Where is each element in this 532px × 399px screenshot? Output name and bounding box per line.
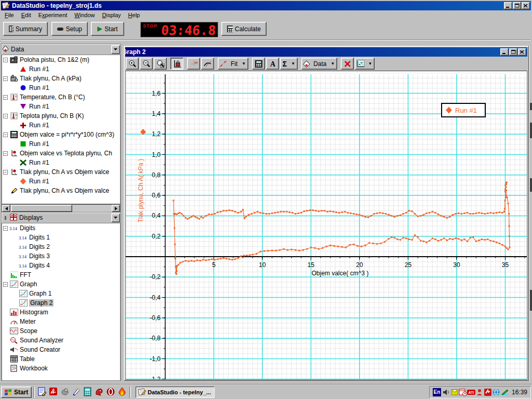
data-run-item[interactable]: Run #1	[2, 83, 120, 92]
graph-settings-button[interactable]: ▼	[355, 58, 375, 70]
disk-icon[interactable]	[450, 388, 459, 396]
dragon-icon[interactable]	[94, 387, 104, 397]
datastudio-task-button[interactable]: DataStudio - tepelny_...	[136, 387, 215, 398]
tree-expand-icon[interactable]: −	[3, 58, 8, 62]
menu-file[interactable]: File	[1, 11, 18, 19]
minimize-icon[interactable]	[504, 2, 512, 9]
start-button[interactable]: Start	[91, 22, 124, 36]
slope-tool-button[interactable]	[201, 58, 214, 70]
display-item[interactable]: −3.14Digits	[2, 223, 120, 233]
data-run-item[interactable]: Run #1	[2, 121, 120, 130]
speaker-icon[interactable]	[442, 388, 450, 396]
scroll-thumb[interactable]	[11, 205, 72, 212]
splitter-handle-icon[interactable]: ▲▼	[2, 214, 9, 222]
data-item[interactable]: Tlak plynu, Ch A vs Objem valce	[2, 186, 120, 195]
scroll-left-icon[interactable]	[2, 205, 10, 212]
graph-window-titlebar[interactable]: Graph 2	[125, 47, 527, 57]
display-item[interactable]: FFT	[2, 270, 120, 280]
maximize-icon[interactable]	[513, 2, 521, 9]
statistics-button[interactable]: Σ▼	[280, 58, 298, 70]
data-item[interactable]: −Objem valce = pi*r*r*y*100 (cm^3)	[2, 130, 120, 139]
ati-icon[interactable]: ATI	[467, 388, 475, 396]
menu-display[interactable]: Display	[99, 11, 125, 19]
close-icon[interactable]	[522, 2, 530, 9]
data-run-item[interactable]: Run #1	[2, 158, 120, 167]
tree-expand-icon[interactable]: −	[3, 132, 8, 137]
zoom-out-button[interactable]	[140, 58, 153, 70]
menu-experiment[interactable]: Experiment	[35, 11, 71, 19]
fire-icon[interactable]	[117, 387, 127, 397]
pen-icon[interactable]	[71, 387, 82, 397]
tree-expand-icon[interactable]: −	[3, 114, 8, 118]
data-run-item[interactable]: Run #1	[2, 177, 120, 186]
display-child-item[interactable]: 3.14Digits 1	[2, 233, 120, 242]
keyboard-layout-indicator[interactable]: En	[433, 388, 441, 396]
display-item[interactable]: Meter	[2, 317, 120, 326]
display-item[interactable]: Workbook	[2, 364, 120, 373]
data-run-item[interactable]: Run #1	[2, 102, 120, 111]
dropdown-arrow-icon[interactable]: ▼	[241, 61, 247, 66]
data-item[interactable]: −yxTlak plynu, Ch A vs Objem valce	[2, 167, 120, 177]
display-item[interactable]: Sound Analyzer	[2, 336, 120, 345]
zoom-select-button[interactable]	[154, 58, 167, 70]
display-item[interactable]: Histogram	[2, 308, 120, 317]
display-child-item[interactable]: Graph 2	[2, 298, 120, 308]
data-item[interactable]: −Poloha pistu, Ch 1&2 (m)	[2, 55, 120, 64]
display-item[interactable]: Table	[2, 354, 120, 364]
graph-maximize-icon[interactable]	[509, 48, 517, 56]
displays-section-header[interactable]: ▲▼ Displays	[2, 212, 121, 223]
data-item[interactable]: −RTDTeplota plynu, Ch B (K)	[2, 111, 120, 121]
agent-icon[interactable]	[475, 388, 484, 396]
switch-icon[interactable]	[484, 388, 492, 396]
chart-plot-area[interactable]: 1,61,41,21,00,80,60,40,2-0,2-0,4-0,6-0,8…	[125, 71, 527, 380]
data-item[interactable]: −Tlak plynu, Ch A (kPa)	[2, 74, 120, 83]
tree-expand-icon[interactable]: −	[3, 151, 8, 156]
opera-icon[interactable]	[105, 387, 116, 397]
tree-expand-icon[interactable]: −	[3, 282, 8, 287]
display-child-item[interactable]: 3.14Digits 4	[2, 261, 120, 270]
display-item[interactable]: Sound Creator	[2, 345, 120, 354]
scroll-right-icon[interactable]	[112, 205, 120, 212]
calculate-button[interactable]	[252, 58, 265, 70]
display-item[interactable]: Scope	[2, 326, 120, 336]
displays-dropdown-icon[interactable]	[111, 214, 120, 222]
graph2-chart[interactable]: 1,61,41,21,00,80,60,40,2-0,2-0,4-0,6-0,8…	[126, 71, 527, 380]
setup-button[interactable]: Setup	[51, 22, 88, 36]
tree-expand-icon[interactable]: −	[3, 170, 8, 175]
display-item[interactable]: −Graph	[2, 280, 120, 289]
scale-to-fit-button[interactable]	[170, 58, 183, 70]
menu-help[interactable]: Help	[125, 11, 144, 19]
dropdown-arrow-icon[interactable]: ▼	[330, 61, 336, 66]
display-child-item[interactable]: Graph 1	[2, 289, 120, 298]
calculator-icon[interactable]	[83, 387, 93, 397]
summary-button[interactable]: Summary	[3, 22, 48, 36]
data-item[interactable]: −RTDTemperature, Ch B (°C)	[2, 92, 120, 102]
data-tree-hscrollbar[interactable]	[2, 204, 121, 212]
data-item[interactable]: −yxObjem valce vs Teplota plynu, Ch	[2, 149, 120, 158]
zoom-in-button[interactable]	[126, 58, 139, 70]
globe-icon[interactable]	[492, 388, 500, 396]
display-child-item[interactable]: 3.14Digits 2	[2, 242, 120, 251]
fit-menu-button[interactable]: Fit▼	[218, 58, 248, 70]
data-dropdown-icon[interactable]	[111, 45, 120, 54]
text-note-button[interactable]: A	[266, 58, 279, 70]
smart-tool-button[interactable]: xy	[187, 58, 200, 70]
wordpad-icon[interactable]	[37, 387, 47, 397]
bird-icon[interactable]	[60, 387, 70, 397]
data-menu-button[interactable]: Data▼	[301, 58, 337, 70]
dropdown-arrow-icon[interactable]: ▼	[367, 61, 373, 66]
data-section-header[interactable]: Data	[2, 44, 121, 55]
display-child-item[interactable]: 3.14Digits 3	[2, 251, 120, 261]
draw-icon[interactable]	[500, 388, 509, 396]
tree-expand-icon[interactable]: −	[3, 95, 8, 100]
graph-minimize-icon[interactable]	[500, 48, 509, 56]
tree-expand-icon[interactable]: −	[3, 76, 8, 81]
tree-expand-icon[interactable]: −	[3, 226, 8, 231]
calculate-button[interactable]: Calculate	[221, 22, 267, 36]
delete-button[interactable]	[341, 58, 354, 70]
data-run-item[interactable]: Run #1	[2, 139, 120, 149]
app-titlebar[interactable]: DataStudio - tepelny_stroj1.ds	[1, 1, 531, 10]
menu-window[interactable]: Window	[71, 11, 98, 19]
start-menu-button[interactable]: Start	[1, 387, 32, 398]
scheduler-icon[interactable]	[459, 388, 467, 396]
